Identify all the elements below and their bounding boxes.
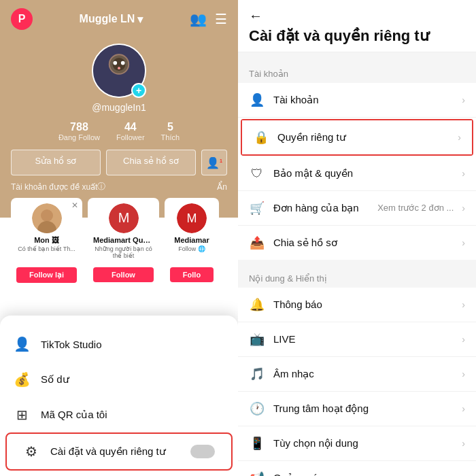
activity-label: Trung tâm hoạt động <box>273 403 454 415</box>
person-plus-icon: 👤1 <box>206 156 222 169</box>
suggested-header: Tài khoản được đề xuất ⓘ Ẩn <box>11 181 227 192</box>
tiktok-studio-icon: 👤 <box>14 336 30 352</box>
settings-header: ← Cài đặt và quyền riêng tư <box>238 0 476 52</box>
suggested-label: Tài khoản được đề xuất <box>11 182 97 192</box>
account-sub-1: Có thể bạn biết Th... <box>16 245 77 263</box>
settings-item-security[interactable]: 🛡 Bảo mật & quyền › <box>238 157 476 191</box>
account-avatar-3: M <box>177 203 207 233</box>
profile-stats: 788 Đang Follow 44 Follower 5 Thích <box>58 121 180 141</box>
menu-icon[interactable]: ☰ <box>215 11 227 27</box>
follow-button-1[interactable]: Follow lại <box>16 267 77 283</box>
menu-item-qr-label: Mã QR của tôi <box>41 409 107 421</box>
settings-item-orders[interactable]: 🛒 Đơn hàng của bạn Xem trước 2 đơn ... › <box>238 191 476 226</box>
notification-label: Thông báo <box>273 299 454 310</box>
follow-button-3[interactable]: Follo <box>170 267 214 282</box>
activity-arrow: › <box>462 403 465 414</box>
profile-header: P Muggle LN ▾ 👥 ☰ <box>0 0 238 38</box>
music-label: Âm nhạc <box>273 368 454 380</box>
account-name-1: Mon 🖼 <box>16 236 77 244</box>
balance-icon: 💰 <box>14 371 30 388</box>
privacy-arrow: › <box>458 132 461 143</box>
live-icon: 📺 <box>249 332 265 347</box>
settings-item-privacy[interactable]: 🔒 Quyền riêng tư › <box>242 120 472 154</box>
stat-following: 788 Đang Follow <box>58 121 100 141</box>
account-icon: 👤 <box>249 92 265 107</box>
follow-button-2[interactable]: Follow <box>93 267 154 282</box>
settings-item-notification[interactable]: 🔔 Thông báo › <box>238 288 476 322</box>
add-friend-button[interactable]: 👤1 <box>201 150 227 175</box>
svg-point-6 <box>118 67 120 69</box>
settings-section-content: Nội dung & Hiển thị 🔔 Thông báo › 📺 LIVE… <box>238 265 476 476</box>
qr-icon: ⊞ <box>14 407 30 423</box>
settings-item-music[interactable]: 🎵 Âm nhạc › <box>238 357 476 392</box>
profile-handle: @muggleIn1 <box>92 102 146 113</box>
share-icon: 📤 <box>249 235 265 250</box>
stat-likes: 5 Thích <box>161 121 180 141</box>
stat-followers: 44 Follower <box>116 121 145 141</box>
app-icon: P <box>11 8 33 30</box>
music-arrow: › <box>462 369 465 379</box>
menu-item-balance[interactable]: 💰 Số dư <box>0 362 238 397</box>
privacy-item-highlighted: 🔒 Quyền riêng tư › <box>241 119 473 156</box>
orders-sub: Xem trước 2 đơn ... <box>377 203 454 213</box>
account-name-3: Mediamar <box>170 236 214 244</box>
account-sub-3: Follow 🌐 <box>170 245 214 263</box>
suggested-account-2: M Mediamart Quê Võ Những người bạn có th… <box>88 198 159 288</box>
suggested-account-3: M Mediamar Follow 🌐 Follo <box>165 198 219 288</box>
share-profile-button[interactable]: Chia sẻ hồ sơ <box>106 150 196 175</box>
live-label: LIVE <box>273 333 454 345</box>
back-button[interactable]: ← <box>249 8 465 24</box>
section-label-account: Tài khoản <box>238 61 476 83</box>
header-icons: 👥 ☰ <box>190 11 227 27</box>
music-icon: 🎵 <box>249 367 265 381</box>
share-profile-arrow: › <box>462 237 465 248</box>
dropdown-menu: 👤 TikTok Studio 💰 Số dư ⊞ Mã QR của tôi … <box>0 316 238 476</box>
account-avatar-1 <box>32 203 62 233</box>
settings-item-ads[interactable]: 📢 Quảng cáo › <box>238 461 476 476</box>
people-icon[interactable]: 👥 <box>190 11 207 27</box>
settings-icon: ⚙ <box>23 443 39 460</box>
menu-item-tiktok-studio[interactable]: 👤 TikTok Studio <box>0 326 238 362</box>
orders-label: Đơn hàng của bạn <box>273 202 369 214</box>
live-arrow: › <box>462 334 465 345</box>
highlighted-menu-wrapper: ⚙ Cài đặt và quyền riêng tư <box>5 432 233 471</box>
settings-item-account[interactable]: 👤 Tài khoản › <box>238 83 476 118</box>
suggested-section: Tài khoản được đề xuất ⓘ Ẩn ✕ Mon 🖼 Có t… <box>0 175 238 288</box>
svg-point-5 <box>121 61 125 65</box>
menu-item-qr[interactable]: ⊞ Mã QR của tôi <box>0 397 238 432</box>
share-profile-label: Chia sẻ hồ sơ <box>273 237 454 249</box>
add-avatar-button[interactable]: + <box>131 83 146 98</box>
account-label: Tài khoản <box>273 94 454 106</box>
settings-item-activity[interactable]: 🕐 Trung tâm hoạt động › <box>238 392 476 426</box>
content-prefs-arrow: › <box>462 438 465 449</box>
ads-arrow: › <box>462 473 465 476</box>
profile-action-buttons: Sửa hồ sơ Chia sẻ hồ sơ 👤1 <box>0 150 238 175</box>
menu-item-settings-label: Cài đặt và quyền riêng tư <box>50 445 166 458</box>
username-display[interactable]: Muggle LN ▾ <box>80 13 143 26</box>
suggested-account-1: ✕ Mon 🖼 Có thể bạn biết Th... Follow lại <box>11 198 82 288</box>
suggested-accounts-list: ✕ Mon 🖼 Có thể bạn biết Th... Follow lại <box>11 198 227 288</box>
suggested-info-icon: ⓘ <box>97 181 105 192</box>
content-prefs-label: Tùy chọn nội dung <box>273 437 454 449</box>
svg-text:M: M <box>118 210 129 225</box>
avatar-wrapper: + <box>92 44 146 98</box>
notification-arrow: › <box>462 299 465 310</box>
ads-label: Quảng cáo <box>273 472 454 476</box>
security-icon: 🛡 <box>249 167 265 181</box>
settings-item-live[interactable]: 📺 LIVE › <box>238 322 476 357</box>
right-panel: ← Cài đặt và quyền riêng tư Tài khoản 👤 … <box>238 0 476 476</box>
hide-button[interactable]: Ẩn <box>217 182 227 192</box>
account-avatar-2: M <box>109 203 139 233</box>
profile-avatar-section: + @muggleIn1 788 Đang Follow 44 Follower… <box>0 44 238 141</box>
left-panel: P Muggle LN ▾ 👥 ☰ + <box>0 0 238 476</box>
close-suggestion-1[interactable]: ✕ <box>71 201 78 210</box>
edit-profile-button[interactable]: Sửa hồ sơ <box>11 150 101 175</box>
orders-icon: 🛒 <box>249 201 265 216</box>
notification-icon: 🔔 <box>249 297 265 312</box>
menu-item-settings[interactable]: ⚙ Cài đặt và quyền riêng tư <box>10 434 228 469</box>
settings-item-share-profile[interactable]: 📤 Chia sẻ hồ sơ › <box>238 226 476 260</box>
settings-item-content-prefs[interactable]: 📱 Tùy chọn nội dung › <box>238 426 476 461</box>
menu-item-balance-label: Số dư <box>41 373 69 386</box>
account-name-2: Mediamart Quê Võ <box>93 236 154 244</box>
ads-icon: 📢 <box>249 471 265 476</box>
